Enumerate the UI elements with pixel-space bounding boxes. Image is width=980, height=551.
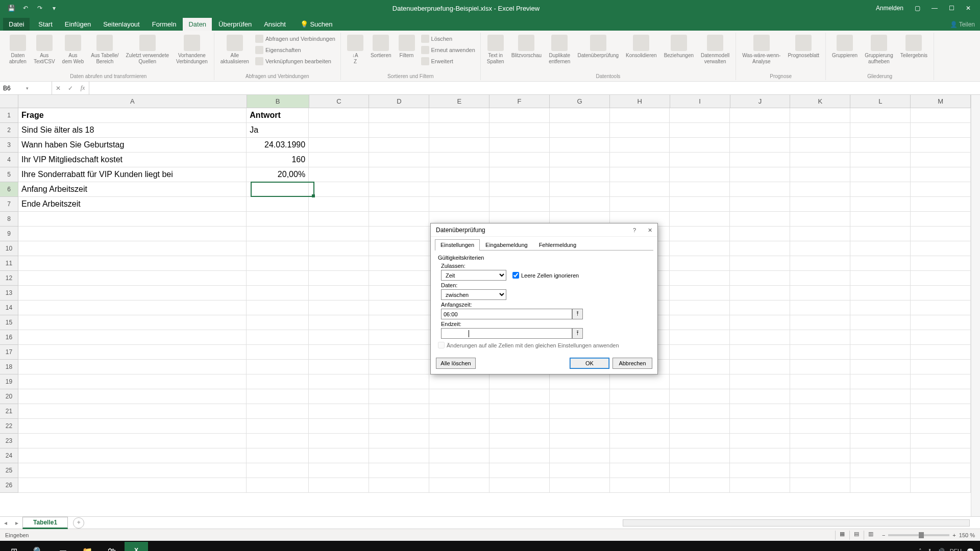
cell-M25[interactable] [911, 463, 971, 478]
cell-K11[interactable] [790, 256, 850, 271]
view-pagebreak-icon[interactable]: ▥ [864, 531, 878, 540]
cell-C25[interactable] [309, 463, 369, 478]
cell-B26[interactable] [247, 478, 309, 493]
cell-M7[interactable] [911, 197, 971, 212]
cell-F24[interactable] [489, 448, 550, 463]
cell-C20[interactable] [309, 389, 369, 404]
cell-B4[interactable]: 160 [247, 153, 309, 167]
cell-I7[interactable] [670, 197, 730, 212]
cell-J2[interactable] [730, 123, 790, 138]
cell-J16[interactable] [730, 330, 790, 345]
cell-L13[interactable] [850, 286, 911, 300]
ribbon-button[interactable]: AusText/CSV [31, 33, 58, 67]
cell-J21[interactable] [730, 404, 790, 419]
ok-button[interactable]: OK [570, 358, 609, 369]
cell-B9[interactable] [247, 227, 309, 241]
cell-I9[interactable] [670, 227, 730, 241]
ribbon-button[interactable]: Sortieren [368, 33, 395, 61]
cell-J4[interactable] [730, 153, 790, 167]
cell-C5[interactable] [309, 167, 369, 182]
dialog-close-icon[interactable]: ✕ [642, 223, 657, 237]
cell-I14[interactable] [670, 300, 730, 315]
cell-K6[interactable] [790, 182, 850, 197]
tray-network-icon[interactable]: 🖧 [927, 548, 933, 551]
undo-icon[interactable]: ↶ [20, 3, 31, 13]
row-header-13[interactable]: 13 [0, 286, 18, 300]
row-header-6[interactable]: 6 [0, 182, 18, 197]
cell-D5[interactable] [369, 167, 429, 182]
cell-C17[interactable] [309, 345, 369, 360]
row-header-7[interactable]: 7 [0, 197, 18, 212]
cell-G23[interactable] [550, 434, 610, 448]
cell-F26[interactable] [489, 478, 550, 493]
cell-G5[interactable] [550, 167, 610, 182]
cell-A21[interactable] [18, 404, 247, 419]
cell-I1[interactable] [670, 108, 730, 123]
tell-me[interactable]: 💡 Suchen [295, 18, 338, 31]
cell-G24[interactable] [550, 448, 610, 463]
tab-ueberpruefen[interactable]: Überprüfen [213, 18, 257, 31]
row-header-3[interactable]: 3 [0, 138, 18, 153]
cell-E24[interactable] [429, 448, 489, 463]
ribbon-button[interactable]: Konsolidieren [623, 33, 660, 61]
cell-I19[interactable] [670, 374, 730, 389]
name-box[interactable]: B6▾ [0, 82, 52, 94]
cell-D7[interactable] [369, 197, 429, 212]
col-header-H[interactable]: H [610, 95, 670, 108]
cell-G20[interactable] [550, 389, 610, 404]
cell-L15[interactable] [850, 315, 911, 330]
cell-J22[interactable] [730, 419, 790, 434]
cell-K8[interactable] [790, 212, 850, 227]
row-header-21[interactable]: 21 [0, 404, 18, 419]
cell-A16[interactable] [18, 330, 247, 345]
cell-I8[interactable] [670, 212, 730, 227]
ignore-blank-checkbox[interactable] [512, 272, 519, 279]
cell-A11[interactable] [18, 256, 247, 271]
cancel-formula-icon[interactable]: ✕ [52, 85, 64, 92]
cell-M10[interactable] [911, 241, 971, 256]
cell-E22[interactable] [429, 419, 489, 434]
cell-M26[interactable] [911, 478, 971, 493]
cell-F2[interactable] [489, 123, 550, 138]
cell-K15[interactable] [790, 315, 850, 330]
cell-L25[interactable] [850, 463, 911, 478]
cell-D11[interactable] [369, 256, 429, 271]
col-header-J[interactable]: J [730, 95, 791, 108]
start-button[interactable]: ⊞ [2, 542, 26, 551]
cell-A22[interactable] [18, 419, 247, 434]
cell-I2[interactable] [670, 123, 730, 138]
cell-J10[interactable] [730, 241, 790, 256]
tab-daten[interactable]: Daten [183, 18, 212, 31]
cell-D4[interactable] [369, 153, 429, 167]
cell-D10[interactable] [369, 241, 429, 256]
col-header-D[interactable]: D [369, 95, 429, 108]
cell-M8[interactable] [911, 212, 971, 227]
cell-F25[interactable] [489, 463, 550, 478]
dialog-titlebar[interactable]: Datenüberprüfung ? ✕ [431, 223, 657, 237]
row-header-15[interactable]: 15 [0, 315, 18, 330]
end-time-input[interactable] [441, 328, 572, 339]
view-normal-icon[interactable]: ▦ [835, 531, 849, 540]
cell-J24[interactable] [730, 448, 790, 463]
cell-D14[interactable] [369, 300, 429, 315]
zoom-slider[interactable] [888, 534, 949, 536]
cell-C1[interactable] [309, 108, 369, 123]
cell-M1[interactable] [911, 108, 971, 123]
cell-E21[interactable] [429, 404, 489, 419]
cell-L1[interactable] [850, 108, 911, 123]
cell-C10[interactable] [309, 241, 369, 256]
ribbon-button[interactable]: Duplikateentfernen [546, 33, 573, 67]
ribbon-button-small[interactable]: Erweitert [419, 56, 477, 66]
ribbon-button-small[interactable]: Verknüpfungen bearbeiten [253, 56, 337, 66]
row-header-9[interactable]: 9 [0, 227, 18, 241]
tray-chevron-icon[interactable]: ˄ [919, 548, 922, 552]
cell-M23[interactable] [911, 434, 971, 448]
cell-A13[interactable] [18, 286, 247, 300]
cell-L5[interactable] [850, 167, 911, 182]
cell-D3[interactable] [369, 138, 429, 153]
cell-J8[interactable] [730, 212, 790, 227]
cell-I4[interactable] [670, 153, 730, 167]
cell-A12[interactable] [18, 271, 247, 286]
cell-E25[interactable] [429, 463, 489, 478]
cell-C4[interactable] [309, 153, 369, 167]
